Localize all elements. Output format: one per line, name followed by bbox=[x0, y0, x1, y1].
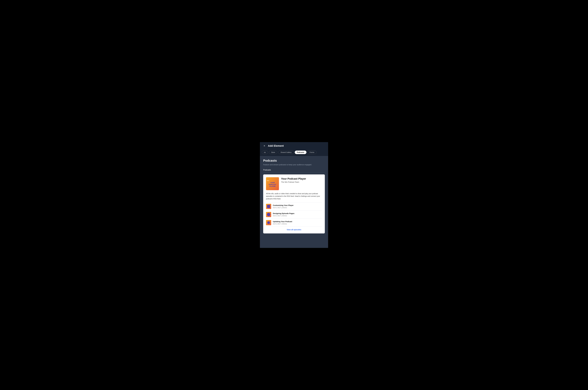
episode-item: Updating Your Podcast Oct 8, 2017 | 34mi… bbox=[266, 219, 322, 227]
episode-thumbnail-3 bbox=[266, 220, 271, 225]
podcast-author: The Wix Podcast Team bbox=[281, 181, 322, 183]
tabs-row: es Store Shared Gallery Podcasts Forms bbox=[260, 150, 328, 156]
episode-item: Customizing Your Player Oct 8, 2017 | 24… bbox=[266, 202, 322, 210]
tab-forms[interactable]: Forms bbox=[307, 150, 317, 154]
section-title: Podcasts bbox=[263, 159, 325, 162]
thumbnail-wix-label: WIX bbox=[267, 180, 269, 181]
podcast-description: All the info, audio or video that's need… bbox=[266, 192, 322, 200]
close-button[interactable]: × bbox=[263, 144, 266, 147]
podcast-info: Your Podcast Player The Wix Podcast Team bbox=[281, 177, 322, 183]
subsection-label: Podcasts bbox=[263, 169, 325, 171]
panel-body: Podcasts Feature and stream podcasts to … bbox=[260, 156, 328, 236]
episode-info-2: Designing Episode Pages Oct 8, 2017 | 34… bbox=[273, 212, 322, 217]
episode-title-1: Customizing Your Player bbox=[273, 204, 322, 206]
tab-podcasts[interactable]: Podcasts bbox=[295, 150, 307, 154]
podcast-card: WIX YOUR PODCAST PLAYER Your Podcast Pla… bbox=[263, 174, 325, 234]
episode-info-3: Updating Your Podcast Oct 8, 2017 | 34mi… bbox=[273, 221, 322, 225]
tab-partial[interactable]: es bbox=[262, 150, 268, 154]
episode-meta-2: Oct 8, 2017 | 34mins bbox=[273, 215, 322, 217]
section-description: Feature and stream podcasts to keep your… bbox=[263, 163, 325, 166]
tab-store[interactable]: Store bbox=[269, 150, 277, 154]
episode-meta-1: Oct 8, 2017 | 24mins bbox=[273, 207, 322, 208]
view-all-episodes-link[interactable]: View all episodes bbox=[266, 227, 322, 231]
episode-thumbnail-2 bbox=[266, 212, 271, 217]
thumbnail-title: YOUR PODCAST PLAYER bbox=[269, 182, 276, 187]
podcast-card-header: WIX YOUR PODCAST PLAYER Your Podcast Pla… bbox=[266, 177, 322, 190]
episode-title-2: Designing Episode Pages bbox=[273, 212, 322, 214]
podcast-name: Your Podcast Player bbox=[281, 177, 322, 180]
episode-meta-3: Oct 8, 2017 | 34mins bbox=[273, 223, 322, 225]
episode-info-1: Customizing Your Player Oct 8, 2017 | 24… bbox=[273, 204, 322, 208]
tab-shared-gallery[interactable]: Shared Gallery bbox=[278, 150, 294, 154]
panel-header: × Add Element bbox=[260, 142, 328, 150]
episodes-list: Customizing Your Player Oct 8, 2017 | 24… bbox=[266, 202, 322, 227]
panel-title: Add Element bbox=[268, 144, 284, 147]
episode-item: Designing Episode Pages Oct 8, 2017 | 34… bbox=[266, 210, 322, 219]
episode-thumbnail-1 bbox=[266, 204, 271, 209]
podcast-thumbnail: WIX YOUR PODCAST PLAYER bbox=[266, 177, 279, 190]
episode-title-3: Updating Your Podcast bbox=[273, 221, 322, 223]
divider bbox=[263, 172, 325, 173]
add-element-panel: × Add Element es Store Shared Gallery Po… bbox=[260, 142, 328, 248]
